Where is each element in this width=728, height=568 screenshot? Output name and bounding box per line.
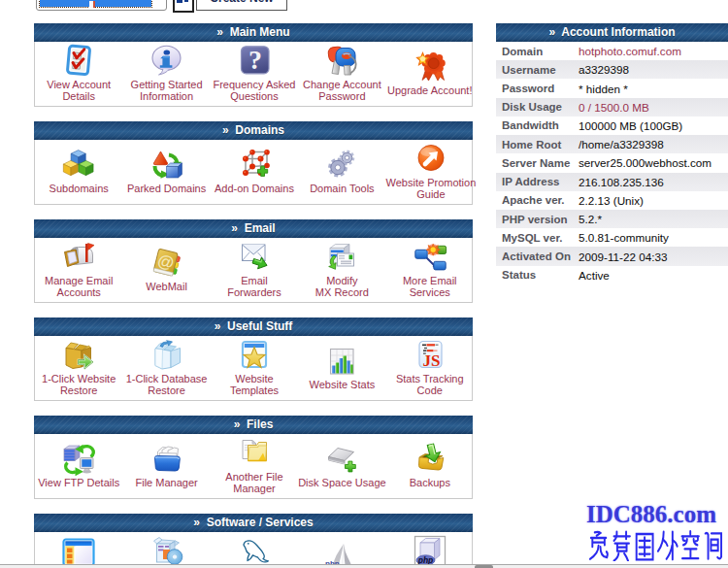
svg-text:JS: JS xyxy=(422,351,440,369)
svg-text:?: ? xyxy=(248,45,262,75)
svg-text:php: php xyxy=(416,555,433,565)
